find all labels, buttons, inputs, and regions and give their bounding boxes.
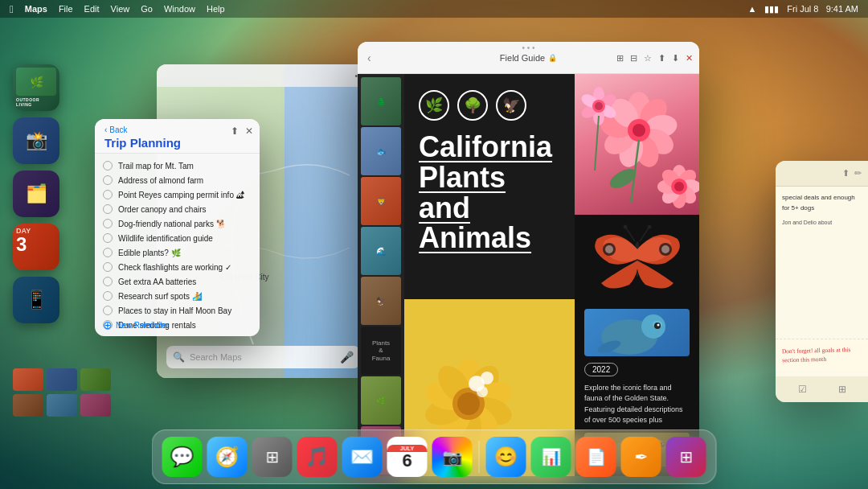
svg-point-41 xyxy=(647,225,651,229)
book-thumb-3[interactable]: 🦁 xyxy=(361,177,401,225)
sidebar-apps: 🌿 OUTDOORLIVING 📸 🗂️ DAY 3 📱 xyxy=(13,64,59,323)
stack-item-2[interactable] xyxy=(47,368,77,391)
menubar-edit[interactable]: Edit xyxy=(84,4,100,14)
reminder-checkbox-7[interactable] xyxy=(103,248,113,257)
dock-numbers[interactable]: 📊 xyxy=(531,437,571,477)
books-share-icon2[interactable]: ⬆ xyxy=(658,53,665,64)
menubar-datetime: Fri Jul 8 9:41 AM xyxy=(787,4,858,14)
reminder-item-1: Trail map for Mt. Tam xyxy=(95,158,260,173)
menubar-battery: ▮▮▮ xyxy=(764,4,779,14)
stack-item-1[interactable] xyxy=(13,368,43,391)
stack-item-4[interactable] xyxy=(13,394,43,417)
reminder-checkbox-4[interactable] xyxy=(103,204,113,214)
outdoor-label: OUTDOORLIVING xyxy=(16,97,39,107)
notes-text-1: special deals and enough for 5+ dogs xyxy=(782,193,862,214)
book-title-area: 🌿 🌳 🦅 California Plants and Animals xyxy=(404,74,575,253)
stack-item-3[interactable] xyxy=(80,368,111,391)
dock-pages[interactable]: 📄 xyxy=(576,437,616,477)
menubar-go[interactable]: Go xyxy=(141,4,153,14)
menubar-help[interactable]: Help xyxy=(207,4,225,14)
notes-checklist-icon[interactable]: ☑ xyxy=(798,384,807,395)
reminders-back-button[interactable]: ‹ Back xyxy=(104,125,250,134)
sidebar-app-outdoor-living[interactable]: 🌿 OUTDOORLIVING xyxy=(13,64,59,111)
reminders-window: ‹ Back Trip Planning ⬆ ✕ Trail map for M… xyxy=(95,119,260,336)
books-toolbar: ‹ Field Guide 🔒 ⊞ ⊟ ☆ ⬆ ⬇ ✕ • • • xyxy=(358,42,699,74)
dock-launchpad[interactable]: ⊞ xyxy=(252,437,293,477)
book-thumb-1[interactable]: 🌲 xyxy=(361,77,401,125)
book-bird-icon: 🦅 xyxy=(496,90,526,121)
reminder-checkbox-2[interactable] xyxy=(103,175,113,185)
reminder-item-11: Places to stay in Half Moon Bay xyxy=(95,303,260,318)
reminder-text-9: Get extra AA batteries xyxy=(118,277,196,286)
books-grid-icon[interactable]: ⊞ xyxy=(616,53,624,64)
reminder-checkbox-11[interactable] xyxy=(103,306,113,315)
map-search-bar[interactable]: 🔍 Search Maps 🎤 xyxy=(166,346,360,368)
reminders-share-icon[interactable]: ⬆ xyxy=(231,125,239,137)
books-download-icon[interactable]: ⬇ xyxy=(672,53,679,64)
reminders-more-icon[interactable]: ✕ xyxy=(245,125,253,137)
finder-icon: 😊 xyxy=(494,446,518,468)
notes-share-icon[interactable]: ⬆ xyxy=(842,168,850,179)
dock-vectorize[interactable]: ✒ xyxy=(621,437,661,477)
reminder-item-7: Edible plants? 🌿 xyxy=(95,245,260,260)
books-window-title: Field Guide xyxy=(500,53,545,63)
dock-finder[interactable]: 😊 xyxy=(486,437,526,477)
safari-icon: 🧭 xyxy=(215,446,240,468)
book-thumb-7[interactable]: 🌿 xyxy=(361,376,401,425)
dock-mail[interactable]: ✉️ xyxy=(342,437,383,477)
svg-point-63 xyxy=(657,323,659,326)
reminder-checkbox-6[interactable] xyxy=(103,233,113,243)
book-thumb-2[interactable]: 🐟 xyxy=(361,127,401,175)
dock-photos[interactable]: 📷 xyxy=(432,437,473,477)
dock-messages[interactable]: 💬 xyxy=(162,437,203,477)
books-close-icon[interactable]: ✕ xyxy=(686,53,693,64)
stack-item-5[interactable] xyxy=(47,394,77,417)
reminder-checkbox-3[interactable] xyxy=(103,190,113,199)
book-tree-icon: 🌳 xyxy=(457,90,488,121)
notes-window: ⬆ ✏ special deals and enough for 5+ dogs… xyxy=(776,161,868,402)
menubar-file[interactable]: File xyxy=(59,4,73,14)
sidebar-app-5[interactable]: 📱 xyxy=(13,277,59,323)
menubar-app-name[interactable]: Maps xyxy=(25,4,47,14)
notes-compose-icon[interactable]: ✏ xyxy=(854,168,862,179)
controlcenter-icon: ⊞ xyxy=(679,447,693,466)
dock-safari[interactable]: 🧭 xyxy=(207,437,248,477)
sidebar-app-day3[interactable]: DAY 3 xyxy=(13,224,59,270)
map-mic-icon[interactable]: 🎤 xyxy=(340,351,354,364)
dock-calendar[interactable]: JULY 6 xyxy=(387,437,428,477)
reminder-checkbox-5[interactable] xyxy=(103,219,113,228)
apple-menu[interactable]:  xyxy=(10,3,14,15)
reminder-checkbox-9[interactable] xyxy=(103,277,113,286)
sidebar-app-3[interactable]: 🗂️ xyxy=(13,171,59,217)
book-thumb-4[interactable]: 🌊 xyxy=(361,227,401,275)
stack-item-6[interactable] xyxy=(80,394,111,417)
notes-text-content: special deals and enough for 5+ dogs xyxy=(782,194,855,212)
reminders-new-label: New Reminder xyxy=(116,321,169,330)
books-search-icon[interactable]: ⊟ xyxy=(630,53,637,64)
menubar-view[interactable]: View xyxy=(111,4,130,14)
reminder-checkbox-8[interactable] xyxy=(103,262,113,272)
sidebar-app-3-icon: 🗂️ xyxy=(26,183,47,204)
dock-music[interactable]: 🎵 xyxy=(297,437,338,477)
books-lock-icon: 🔒 xyxy=(548,54,557,62)
reminder-checkbox-10[interactable] xyxy=(103,291,113,301)
book-cover-top: 🌿 🌳 🦅 California Plants and Animals xyxy=(404,74,699,299)
reminders-new-button[interactable]: ⊕ New Reminder xyxy=(103,318,169,331)
book-thumb-current[interactable]: Plants&Fauna xyxy=(361,327,401,375)
books-drag-handle: • • • xyxy=(522,43,534,52)
menubar-window[interactable]: Window xyxy=(164,4,195,14)
reminder-checkbox-1[interactable] xyxy=(103,161,113,171)
books-bookmark-icon[interactable]: ☆ xyxy=(644,53,652,64)
notes-table-icon[interactable]: ⊞ xyxy=(838,384,846,395)
svg-point-57 xyxy=(477,386,488,397)
sidebar-app-2[interactable]: 📸 xyxy=(13,117,59,164)
svg-point-36 xyxy=(605,245,613,253)
dock-controlcenter[interactable]: ⊞ xyxy=(666,437,706,477)
books-back-icon[interactable]: ‹ xyxy=(367,51,371,64)
reminder-text-7: Edible plants? 🌿 xyxy=(118,249,181,257)
notes-bottom-toolbar: ☑ ⊞ xyxy=(776,376,868,402)
book-thumb-5[interactable]: 🦅 xyxy=(361,277,401,325)
outdoor-magazine-cover: 🌿 xyxy=(16,68,56,96)
reminder-item-8: Check flashlights are working ✓ xyxy=(95,260,260,274)
map-toolbar: ••• xyxy=(157,64,370,87)
